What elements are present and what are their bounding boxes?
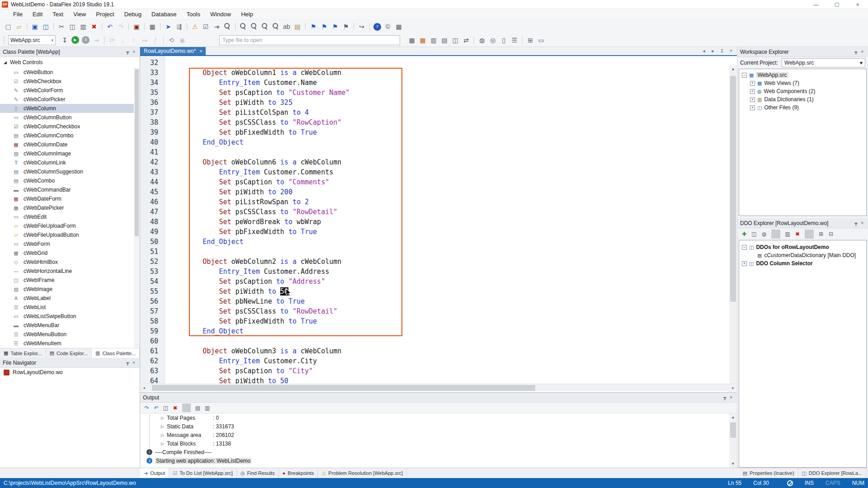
search-document-button[interactable] xyxy=(271,22,281,32)
scroll-up-icon[interactable]: ▲ xyxy=(729,65,737,73)
palette-item[interactable]: ▤ cWebColumnCombo xyxy=(0,131,140,140)
code-line[interactable]: 38 Set psCSSClass to "RowCaption" xyxy=(140,117,737,127)
menu-item[interactable]: Database xyxy=(146,9,182,19)
delete-button[interactable]: ✖ xyxy=(89,22,99,32)
palette-item[interactable]: ▦ cWebColumnDate xyxy=(0,140,140,149)
expander-icon[interactable]: − xyxy=(742,245,747,250)
close-icon[interactable]: × xyxy=(859,221,865,225)
palette-item[interactable]: ✎ cWebColorPicker xyxy=(0,95,140,104)
output-line[interactable]: ▷ Static Data : 331673 xyxy=(140,422,737,431)
code-line[interactable]: 35 Set psCaption to "Customer Name" xyxy=(140,88,737,98)
code-area[interactable]: 3233 Object oWebColumn1 is a cWebColumn3… xyxy=(140,56,737,384)
code-line[interactable]: 50 End_Object xyxy=(140,237,737,247)
toggle-bookmark-button[interactable]: ⚑ xyxy=(308,22,318,32)
customize-button[interactable]: ▦ xyxy=(394,22,404,32)
prev-bookmark-button[interactable]: ⚑ xyxy=(319,22,329,32)
stop-button[interactable]: ◉ xyxy=(177,35,187,45)
step-over-button[interactable]: ⇥ xyxy=(91,35,101,45)
tree-item[interactable]: ▦ cCustomerDataDictionary [Main DDO] xyxy=(739,251,866,259)
mobile-preview-button[interactable]: ▯ xyxy=(499,35,509,45)
tab-pin-button[interactable]: ↧ xyxy=(718,47,726,55)
tree-item[interactable]: + ◫ DDO Column Selector xyxy=(739,259,866,267)
ddo-expand-all-button[interactable]: ⊞ xyxy=(816,230,826,239)
class-palette-scrollbar[interactable] xyxy=(134,68,140,348)
save-button[interactable]: ▣ xyxy=(30,22,40,32)
code-line[interactable]: 59 End_Object xyxy=(140,326,737,336)
menu-item[interactable]: Tools xyxy=(182,9,205,19)
tree-item[interactable]: + ◍ Web Components (2) xyxy=(739,87,866,95)
redo-button[interactable]: ↷ xyxy=(116,22,126,32)
db-builder-button[interactable]: ▤ xyxy=(439,35,449,45)
palette-item[interactable]: ◫ cWebIFrame xyxy=(0,276,140,285)
run-to-cursor-button[interactable]: ↦ xyxy=(140,35,150,45)
code-line[interactable]: 52 Object oWebColumn2 is a cWebColumn xyxy=(140,257,737,267)
about-button[interactable]: © xyxy=(383,22,393,32)
help-button[interactable]: ? xyxy=(373,23,381,31)
scroll-right-icon[interactable]: ▸ xyxy=(729,384,737,392)
register-components-button[interactable]: ⇶ xyxy=(174,22,184,32)
palette-item[interactable]: ▱ cWebFileUploadForm xyxy=(0,221,140,230)
code-line[interactable]: 48 Set peWordBreak to wbWrap xyxy=(140,217,737,227)
palette-item[interactable]: ▦ cWebDatePicker xyxy=(0,203,140,212)
code-line[interactable]: 51 xyxy=(140,247,737,257)
view-options-button[interactable]: ☰ xyxy=(509,35,519,45)
save-all-button[interactable]: ◫ xyxy=(41,22,51,32)
data-dictionary-button[interactable]: ▦ xyxy=(418,35,428,45)
browser-preview-button[interactable]: ◎ xyxy=(488,35,498,45)
tab-output[interactable]: ➜ Output xyxy=(140,468,169,478)
goto-definition-button[interactable]: ↪ xyxy=(357,22,367,32)
undo-button[interactable]: ↶ xyxy=(105,22,115,32)
menu-item[interactable]: Text xyxy=(47,9,68,19)
tree-item[interactable]: − ◫ DDOs for oRowLayoutDemo xyxy=(739,243,866,251)
palette-item[interactable]: ▭ cWebListSwipeButton xyxy=(0,312,140,321)
paste-button[interactable]: ▥ xyxy=(78,22,88,32)
output-copy-all-button[interactable]: ▥ xyxy=(203,404,212,412)
tree-item[interactable]: + ▥ Data Dictionaries (1) xyxy=(739,95,866,103)
editor-vertical-scrollbar[interactable]: ▲ ▼ xyxy=(729,65,737,384)
expander-icon[interactable]: − xyxy=(742,73,747,78)
copy-button[interactable]: ◫ xyxy=(67,22,77,32)
table-editor-button[interactable]: ▦ xyxy=(407,35,417,45)
palette-item[interactable]: ▬ cWebCommandBar xyxy=(0,185,140,194)
palette-item[interactable]: ▭ cWebButton xyxy=(0,68,140,77)
palette-item[interactable]: ☰ cWebMenuButton xyxy=(0,330,140,339)
tab-problem-resolution[interactable]: ⚠ Problem Resolution [WebApp.src] xyxy=(318,468,407,478)
ddo-web-button[interactable]: ◍ xyxy=(760,230,769,239)
expand-arrow-icon[interactable]: ▷ xyxy=(161,416,164,420)
palette-item[interactable]: ▨ cWebColumnImage xyxy=(0,149,140,158)
compile-project-button[interactable]: ↧ xyxy=(60,35,70,45)
output-line[interactable]: ▷ Message area : 206102 xyxy=(140,431,737,439)
tab-ddo-explorer[interactable]: ◫ DDO Explorer [RowLa... xyxy=(798,468,866,478)
todo-list-button[interactable]: ☑ xyxy=(201,22,211,32)
expand-arrow-icon[interactable]: ▷ xyxy=(161,441,164,446)
console-button[interactable]: ▭ xyxy=(536,35,546,45)
tab-properties[interactable]: ▤ Properties (Inactive) xyxy=(739,468,798,478)
output-clear-button[interactable]: ✖ xyxy=(171,404,179,412)
code-line[interactable]: 42 Object oWebColumn6 is a cWebColumn xyxy=(140,157,737,167)
pin-icon[interactable]: ┳ xyxy=(124,360,131,365)
close-icon[interactable]: × xyxy=(131,360,137,365)
tab-table-explorer[interactable]: ▦ Table Explor... xyxy=(0,348,46,358)
palette-item[interactable]: ☑ cWebCheckbox xyxy=(0,77,140,86)
code-line[interactable]: 49 Set pbFixedWidth to True xyxy=(140,227,737,237)
palette-item[interactable]: ▭ cWebEdit xyxy=(0,212,140,221)
clear-bookmarks-button[interactable]: ⚑ xyxy=(341,22,351,32)
tab-scroll-right-button[interactable]: ▸ xyxy=(709,47,717,55)
expander-icon[interactable]: + xyxy=(742,261,747,266)
record-macro-button[interactable]: ▣ xyxy=(132,22,142,32)
palette-item[interactable]: — cWebHorizontalLine xyxy=(0,267,140,276)
palette-item[interactable]: ✎ cWebColorForm xyxy=(0,86,140,95)
close-icon[interactable]: × xyxy=(728,395,734,400)
search-button[interactable] xyxy=(238,22,248,32)
code-line[interactable]: 45 Set piWidth to 200 xyxy=(140,187,737,197)
code-line[interactable]: 33 Object oWebColumn1 is a cWebColumn xyxy=(140,68,737,78)
debug-function-button[interactable]: ƒ xyxy=(151,35,160,45)
code-line[interactable]: 58 Set pbFixedWidth to True xyxy=(140,316,737,326)
palette-item[interactable]: ☰ cWebList xyxy=(0,303,140,312)
scroll-down-icon[interactable]: ▼ xyxy=(729,460,737,468)
palette-item[interactable]: ▭ cWebColumnButton xyxy=(0,113,140,122)
palette-item[interactable]: ▨ cWebImage xyxy=(0,285,140,294)
output-scrollbar[interactable]: ▲ ▼ xyxy=(729,413,737,468)
tab-close-button[interactable]: × xyxy=(727,47,735,55)
tab-breakpoints[interactable]: ● Breakpoints xyxy=(279,468,318,478)
